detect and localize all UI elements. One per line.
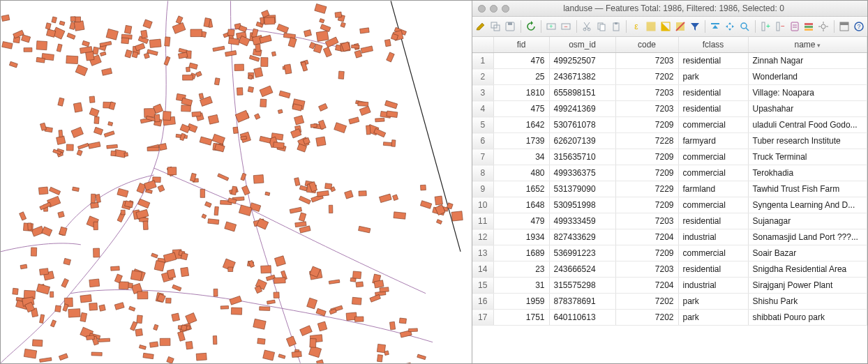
cell-fclass[interactable]: residential (678, 101, 748, 117)
add-feature-icon[interactable]: + (546, 20, 558, 33)
cut-icon[interactable] (581, 20, 593, 33)
cell-osm_id[interactable]: 531379090 (549, 181, 615, 197)
cell-fid[interactable]: 25 (493, 69, 549, 85)
cell-name[interactable]: Village: Noapara (748, 85, 867, 101)
cell-osm_id[interactable]: 530951998 (549, 197, 615, 213)
cell-code[interactable]: 7209 (615, 197, 678, 213)
filter-selection-icon[interactable] (689, 20, 701, 33)
cell-osm_id[interactable]: 536991223 (549, 245, 615, 261)
cell-name[interactable]: Soair Bazar (748, 245, 867, 261)
cell-name[interactable]: uladuli Central Food Godo... (748, 117, 867, 133)
table-row[interactable]: 916525313790907229farmlandTawhid Trust F… (472, 181, 867, 197)
row-number[interactable]: 10 (472, 197, 493, 213)
cell-code[interactable]: 7203 (615, 85, 678, 101)
cell-code[interactable]: 7209 (615, 117, 678, 133)
cell-fclass[interactable]: park (678, 310, 748, 326)
cell-fid[interactable]: 476 (493, 53, 549, 69)
cell-fclass[interactable]: farmyard (678, 133, 748, 149)
table-row[interactable]: 7343156357107209commercialTruck Terminal (472, 149, 867, 165)
cell-osm_id[interactable]: 530761078 (549, 117, 615, 133)
cell-name[interactable]: Sujanagar (748, 213, 867, 229)
cell-name[interactable]: Truck Terminal (748, 149, 867, 165)
cell-code[interactable]: 7202 (615, 69, 678, 85)
map-canvas[interactable] (1, 1, 472, 363)
column-header-code[interactable]: code (615, 37, 678, 53)
actions-icon[interactable] (818, 20, 830, 33)
cell-fclass[interactable]: commercial (678, 149, 748, 165)
column-header-fid[interactable]: fid (493, 37, 549, 53)
window-titlebar[interactable]: landuse — Features Total: 1986, Filtered… (472, 1, 867, 17)
row-number[interactable]: 15 (472, 278, 493, 294)
toggle-editing-icon[interactable] (475, 20, 487, 33)
cell-code[interactable]: 7209 (615, 245, 678, 261)
cell-name[interactable]: Sirajganj Power Plant (748, 278, 867, 294)
cell-osm_id[interactable]: 640110613 (549, 310, 615, 326)
cell-fclass[interactable]: park (678, 69, 748, 85)
cell-osm_id[interactable]: 499252507 (549, 53, 615, 69)
cell-fclass[interactable]: commercial (678, 245, 748, 261)
cell-name[interactable]: Tuber research Institute (748, 133, 867, 149)
table-row[interactable]: 617396262071397228farmyardTuber research… (472, 133, 867, 149)
cell-fclass[interactable]: park (678, 294, 748, 310)
cell-name[interactable]: Terokhadia (748, 165, 867, 181)
cell-fclass[interactable]: commercial (678, 117, 748, 133)
cell-fid[interactable]: 1934 (493, 229, 549, 245)
cell-osm_id[interactable]: 243671382 (549, 69, 615, 85)
table-row[interactable]: 44754992413697203residentialUpashahar (472, 101, 867, 117)
table-row[interactable]: 1016485309519987209commercialSyngenta Le… (472, 197, 867, 213)
zoom-to-selected-icon[interactable] (739, 20, 751, 33)
deselect-all-icon[interactable] (675, 20, 687, 33)
cell-name[interactable]: Tawhid Trust Fish Farm (748, 181, 867, 197)
select-all-icon[interactable] (645, 20, 657, 33)
table-row[interactable]: 1619598783786917202parkShishu Park (472, 294, 867, 310)
attribute-table[interactable]: fidosm_idcodefclassname 1476499252507720… (472, 37, 867, 326)
cell-name[interactable]: Upashahar (748, 101, 867, 117)
table-row[interactable]: 84804993363757209commercialTerokhadia (472, 165, 867, 181)
cell-osm_id[interactable]: 499336375 (549, 165, 615, 181)
table-row[interactable]: 1717516401106137202parkshibbati Pouro pa… (472, 310, 867, 326)
row-number[interactable]: 4 (472, 101, 493, 117)
cell-code[interactable]: 7204 (615, 278, 678, 294)
conditional-format-icon[interactable] (803, 20, 815, 33)
cell-name[interactable]: Sonamasjid Land Port ???... (748, 229, 867, 245)
cell-fid[interactable]: 34 (493, 149, 549, 165)
save-edits-icon[interactable] (504, 20, 516, 33)
cell-fclass[interactable]: industrial (678, 229, 748, 245)
cell-fid[interactable]: 1751 (493, 310, 549, 326)
cell-fid[interactable]: 479 (493, 213, 549, 229)
cell-fid[interactable]: 1689 (493, 245, 549, 261)
cell-code[interactable]: 7203 (615, 213, 678, 229)
traffic-light-min-icon[interactable] (490, 5, 497, 13)
copy-icon[interactable] (595, 20, 607, 33)
table-row[interactable]: 114794993334597203residentialSujanagar (472, 213, 867, 229)
invert-selection-icon[interactable] (660, 20, 672, 33)
row-number[interactable]: 6 (472, 133, 493, 149)
dock-icon[interactable] (838, 20, 850, 33)
cell-osm_id[interactable]: 315575298 (549, 278, 615, 294)
table-row[interactable]: 14764992525077203residentialZinnah Nagar (472, 53, 867, 69)
cell-fid[interactable]: 1642 (493, 117, 549, 133)
cell-code[interactable]: 7229 (615, 181, 678, 197)
traffic-light-zoom-icon[interactable] (502, 5, 509, 13)
cell-fid[interactable]: 1652 (493, 181, 549, 197)
cell-osm_id[interactable]: 499333459 (549, 213, 615, 229)
cell-fclass[interactable]: residential (678, 53, 748, 69)
cell-osm_id[interactable]: 499241369 (549, 101, 615, 117)
cell-fclass[interactable]: industrial (678, 278, 748, 294)
cell-fclass[interactable]: residential (678, 261, 748, 278)
row-number[interactable]: 11 (472, 213, 493, 229)
cell-fid[interactable]: 475 (493, 101, 549, 117)
column-header-name[interactable]: name (748, 37, 867, 53)
cell-osm_id[interactable]: 655898151 (549, 85, 615, 101)
cell-fid[interactable]: 1810 (493, 85, 549, 101)
cell-code[interactable]: 7204 (615, 229, 678, 245)
table-row[interactable]: 1219348274336297204industrialSonamasjid … (472, 229, 867, 245)
traffic-light-close-icon[interactable] (478, 5, 486, 13)
cell-fclass[interactable]: residential (678, 213, 748, 229)
cell-osm_id[interactable]: 626207139 (549, 133, 615, 149)
row-number[interactable]: 17 (472, 310, 493, 326)
cell-name[interactable]: shibbati Pouro park (748, 310, 867, 326)
table-row[interactable]: 14232436665247203residentialSnigdha Resi… (472, 261, 867, 278)
row-number-header[interactable] (472, 37, 493, 53)
row-number[interactable]: 5 (472, 117, 493, 133)
